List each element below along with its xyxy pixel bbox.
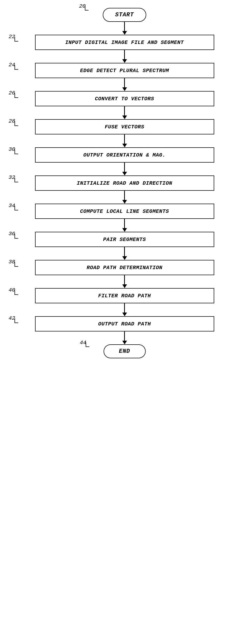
- arrow-9: [0, 247, 249, 260]
- start-box: START: [103, 8, 146, 22]
- step-40-box: FILTER ROAD PATH: [35, 288, 214, 303]
- step-24-node: 24 EDGE DETECT PLURAL SPECTRUM: [0, 63, 249, 78]
- step-32-box: INITIALIZE ROAD AND DIRECTION: [35, 175, 214, 191]
- end-box: END: [104, 344, 146, 358]
- step-26-node: 26 CONVERT TO VECTORS: [0, 91, 249, 106]
- arrow-line: [124, 106, 125, 115]
- arrow-head: [122, 144, 127, 147]
- arrow-head: [122, 256, 127, 260]
- arrow-head: [122, 341, 127, 344]
- arrow-line: [124, 275, 125, 284]
- step-26-box: CONVERT TO VECTORS: [35, 91, 214, 106]
- arrow-11: [0, 303, 249, 316]
- arrow-7: [0, 191, 249, 204]
- arrow-head: [122, 313, 127, 316]
- arrow-2: [0, 50, 249, 63]
- arrow-line: [124, 22, 125, 31]
- arrow-line: [124, 303, 125, 313]
- arrow-6: [0, 163, 249, 175]
- step-34-box: COMPUTE LOCAL LINE SEGMENTS: [35, 204, 214, 219]
- arrow-line: [124, 191, 125, 200]
- step-36-node: 36 PAIR SEGMENTS: [0, 232, 249, 247]
- arrow-1: [0, 22, 249, 35]
- arrow-line: [124, 219, 125, 228]
- step-22-box: INPUT DIGITAL IMAGE FILE AND SEGMENT: [35, 35, 214, 50]
- step-36-box: PAIR SEGMENTS: [35, 232, 214, 247]
- step-34-node: 34 COMPUTE LOCAL LINE SEGMENTS: [0, 204, 249, 219]
- step-38-node: 38 ROAD PATH DETERMINATION: [0, 260, 249, 275]
- step-42-box: OUTPUT ROAD PATH: [35, 316, 214, 331]
- arrow-line: [124, 331, 125, 341]
- step-38-box: ROAD PATH DETERMINATION: [35, 260, 214, 275]
- arrow-3: [0, 78, 249, 91]
- step-40-node: 40 FILTER ROAD PATH: [0, 288, 249, 303]
- step-32-node: 32 INITIALIZE ROAD AND DIRECTION: [0, 175, 249, 191]
- step-28-box: FUSE VECTORS: [35, 119, 214, 134]
- step-28-node: 28 FUSE VECTORS: [0, 119, 249, 134]
- arrow-head: [122, 31, 127, 35]
- step-22-node: 22 INPUT DIGITAL IMAGE FILE AND SEGMENT: [0, 35, 249, 50]
- start-node: 20 START: [0, 8, 249, 22]
- arrow-line: [124, 247, 125, 256]
- arrow-line: [124, 78, 125, 87]
- end-node: 44 END: [0, 344, 249, 358]
- arrow-head: [122, 87, 127, 91]
- step-30-box: OUTPUT ORIENTATION & MAG.: [35, 147, 214, 163]
- arrow-head: [122, 172, 127, 175]
- step-42-node: 42 OUTPUT ROAD PATH: [0, 316, 249, 331]
- arrow-8: [0, 219, 249, 232]
- arrow-4: [0, 106, 249, 119]
- arrow-line: [124, 134, 125, 144]
- step-30-node: 30 OUTPUT ORIENTATION & MAG.: [0, 147, 249, 163]
- arrow-head: [122, 115, 127, 119]
- arrow-head: [122, 228, 127, 232]
- arrow-head: [122, 284, 127, 288]
- step-24-box: EDGE DETECT PLURAL SPECTRUM: [35, 63, 214, 78]
- arrow-line: [124, 50, 125, 59]
- flowchart: 20 START 22 INPUT DIGITAL IMAGE FILE AND…: [0, 0, 249, 644]
- arrow-line: [124, 163, 125, 172]
- arrow-12: [0, 331, 249, 344]
- arrow-10: [0, 275, 249, 288]
- arrow-head: [122, 59, 127, 63]
- arrow-head: [122, 200, 127, 204]
- arrow-5: [0, 134, 249, 147]
